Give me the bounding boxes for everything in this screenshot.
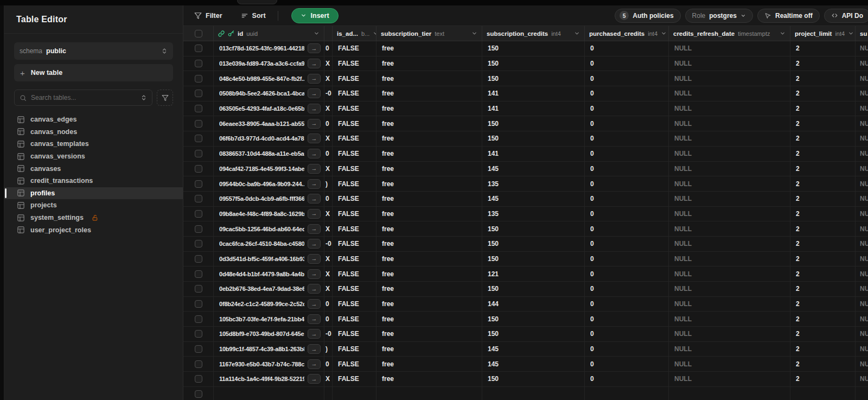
id-cell[interactable]: 09544b0c-ba9b-496a-9b09-244... → [214,176,324,191]
select-all-checkbox[interactable] [195,30,202,37]
project-limit-cell[interactable]: 2 [790,252,856,266]
credits-refresh-date-cell[interactable]: NULL [669,357,790,371]
row-checkbox[interactable] [195,135,202,142]
is-admin-cell[interactable]: FALSE [333,342,376,357]
row-checkbox[interactable] [195,390,202,398]
api-docs-button[interactable]: API Do [824,9,868,23]
clipped-right-cell[interactable]: NULL [856,221,868,236]
subscription-credits-cell[interactable]: 145 [482,192,585,206]
credits-refresh-date-cell[interactable]: NULL [669,41,790,56]
clipped-cell[interactable]: 0 [324,116,333,131]
project-limit-cell[interactable]: 2 [790,131,856,146]
subscription-tier-cell[interactable]: free [376,101,482,116]
is-admin-cell[interactable]: FALSE [333,357,376,371]
subscription-tier-cell[interactable]: free [376,297,482,312]
id-cell[interactable]: 0eb2b676-38ed-4ea7-9dad-38e6... → [214,282,324,296]
column-header-clipped-right[interactable]: su [856,26,868,41]
subscription-tier-cell[interactable]: free [376,207,482,221]
id-cell[interactable]: 013e039a-fd89-473a-a3c6-ccfa9... → [214,56,324,71]
clipped-right-cell[interactable]: NULL [856,192,868,206]
clipped-right-cell[interactable]: NULL [856,266,868,281]
purchased-credits-cell[interactable]: 0 [585,41,669,56]
purchased-credits-cell[interactable]: 0 [585,237,669,251]
clipped-cell[interactable]: -0 [324,327,333,341]
subscription-tier-cell[interactable]: free [376,342,482,357]
subscription-tier-cell[interactable]: free [376,266,482,281]
subscription-tier-cell[interactable]: free [376,357,482,371]
purchased-credits-cell[interactable]: 0 [585,221,669,236]
row-checkbox[interactable] [195,45,202,52]
sidebar-table-item[interactable]: credit_transactions [4,175,183,187]
clipped-right-cell[interactable]: NULL [856,116,868,131]
column-header-project-limit[interactable]: project_limit int4 [790,26,856,41]
project-limit-cell[interactable]: 2 [790,327,856,341]
project-limit-cell[interactable]: 2 [790,162,856,176]
credits-refresh-date-cell[interactable]: NULL [669,101,790,116]
column-header-clipped[interactable] [324,26,333,41]
expand-row-button[interactable]: → [308,119,321,129]
credits-refresh-date-cell[interactable]: NULL [669,252,790,266]
subscription-credits-cell[interactable]: 150 [482,237,585,251]
is-admin-cell[interactable]: FALSE [333,176,376,191]
subscription-credits-cell[interactable]: 150 [482,327,585,341]
project-limit-cell[interactable]: 2 [790,357,856,371]
column-header-id[interactable]: id uuid [214,26,324,41]
purchased-credits-cell[interactable]: 0 [585,131,669,146]
is-admin-cell[interactable]: FALSE [333,282,376,296]
id-cell[interactable]: 063505e5-4293-4faf-a18c-0e65b... → [214,101,324,116]
subscription-credits-cell[interactable] [482,387,585,400]
clipped-right-cell[interactable]: NULL [856,176,868,191]
subscription-credits-cell[interactable]: 150 [482,372,585,386]
clipped-right-cell[interactable]: NULL [856,131,868,146]
row-checkbox[interactable] [195,270,202,278]
purchased-credits-cell[interactable]: 0 [585,207,669,221]
subscription-tier-cell[interactable]: free [376,41,482,56]
expand-row-button[interactable]: → [308,194,321,204]
id-cell[interactable]: 0d3d541d-bf5c-459f-a406-16b93... → [214,252,324,266]
clipped-cell[interactable]: 0 [324,147,333,161]
row-checkbox[interactable] [195,285,202,293]
id-cell[interactable]: 1167e930-e5b0-43b7-b74c-788c9... → [214,357,324,371]
is-admin-cell[interactable]: FALSE [333,131,376,146]
id-cell[interactable]: 10b99c1f-4857-4c39-a8b1-263b8... → [214,342,324,357]
row-checkbox[interactable] [195,195,202,202]
clipped-cell[interactable]: 0 [324,312,333,326]
subscription-tier-cell[interactable]: free [376,176,482,191]
expand-row-button[interactable]: → [308,224,321,234]
project-limit-cell[interactable]: 2 [790,372,856,386]
sidebar-table-item[interactable]: canvas_edges [4,113,183,126]
clipped-cell[interactable]: X [324,131,333,146]
credits-refresh-date-cell[interactable]: NULL [669,342,790,357]
row-checkbox[interactable] [195,375,202,383]
row-checkbox[interactable] [195,330,202,338]
clipped-cell[interactable]: X [324,56,333,71]
clipped-cell[interactable]: X [324,282,333,296]
id-cell[interactable]: 08386537-10d4-488a-a11e-eb5a6... → [214,147,324,161]
expand-row-button[interactable]: → [308,43,321,53]
is-admin-cell[interactable]: FALSE [333,237,376,251]
purchased-credits-cell[interactable]: 0 [585,176,669,191]
is-admin-cell[interactable]: FALSE [333,192,376,206]
subscription-credits-cell[interactable]: 150 [482,221,585,236]
is-admin-cell[interactable]: FALSE [333,116,376,131]
column-header-credits-refresh-date[interactable]: credits_refresh_date timestamptz [669,26,790,41]
clipped-cell[interactable]: -0 [324,237,333,251]
purchased-credits-cell[interactable]: 0 [585,357,669,371]
project-limit-cell[interactable]: 2 [790,56,856,71]
row-checkbox[interactable] [195,240,202,247]
subscription-credits-cell[interactable]: 135 [482,176,585,191]
row-checkbox[interactable] [195,90,202,97]
subscription-tier-cell[interactable]: free [376,162,482,176]
expand-row-button[interactable]: → [308,209,321,219]
subscription-tier-cell[interactable]: free [376,116,482,131]
project-limit-cell[interactable]: 2 [790,282,856,296]
clipped-right-cell[interactable]: NULL [856,252,868,266]
row-checkbox[interactable] [195,210,202,218]
id-cell[interactable]: 105bc3b7-03fe-4e7f-9efa-21bb40... → [214,312,324,326]
clipped-right-cell[interactable]: NULL [856,372,868,386]
clipped-right-cell[interactable]: NULL [856,56,868,71]
credits-refresh-date-cell[interactable] [669,387,790,400]
clipped-cell[interactable]: X [324,162,333,176]
credits-refresh-date-cell[interactable]: NULL [669,192,790,206]
credits-refresh-date-cell[interactable]: NULL [669,266,790,281]
